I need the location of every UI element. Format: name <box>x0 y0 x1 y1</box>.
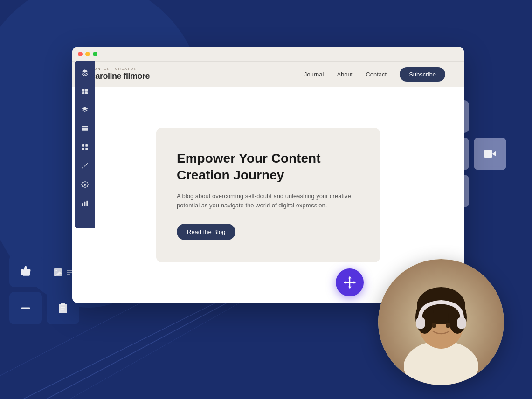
thumbs-up-icon <box>20 265 32 277</box>
site-logo-tagline: CONTENT CREATOR <box>91 67 137 70</box>
minus-icon <box>20 302 32 314</box>
hero-card: Empower Your Content Creation Journey A … <box>156 128 380 262</box>
svg-rect-20 <box>85 89 88 92</box>
svg-rect-22 <box>85 92 88 94</box>
svg-rect-56 <box>416 317 425 329</box>
layers-sidebar-btn[interactable] <box>76 64 93 81</box>
like-widget[interactable] <box>9 255 42 287</box>
svg-point-31 <box>84 184 86 186</box>
site-logo: CONTENT CREATOR caroline filmore <box>91 67 150 81</box>
svg-rect-27 <box>82 144 84 147</box>
svg-rect-9 <box>21 307 30 309</box>
nav-about[interactable]: About <box>337 71 352 78</box>
nav-links: Journal About Contact Subscribe <box>304 67 445 82</box>
sections-sidebar-btn[interactable] <box>76 120 93 137</box>
clipboard-icon <box>57 302 69 314</box>
svg-rect-29 <box>82 148 84 150</box>
design-sidebar-btn[interactable] <box>76 158 93 174</box>
elements-icon <box>81 106 89 114</box>
browser-titlebar <box>72 47 464 62</box>
maximize-traffic-light[interactable] <box>93 52 97 56</box>
editor-sidebar <box>75 61 95 228</box>
minimize-traffic-light[interactable] <box>85 52 90 56</box>
website-nav: CONTENT CREATOR caroline filmore Journal… <box>72 62 464 87</box>
bar-chart-icon <box>81 200 89 207</box>
nav-contact[interactable]: Contact <box>366 71 387 78</box>
pages-icon <box>81 88 89 95</box>
grid-icon <box>81 144 89 151</box>
hero-title: Empower Your Content Creation Journey <box>177 150 359 184</box>
move-icon <box>343 275 357 289</box>
gear-icon <box>81 181 89 188</box>
analytics-sidebar-btn[interactable] <box>76 195 93 212</box>
layers-icon <box>81 69 89 76</box>
browser-window: CONTENT CREATOR caroline filmore Journal… <box>72 47 464 303</box>
svg-rect-30 <box>85 148 88 150</box>
video-icon <box>484 147 497 160</box>
svg-marker-23 <box>82 107 88 110</box>
person-illustration <box>378 259 504 385</box>
elements-sidebar-btn[interactable] <box>76 102 93 118</box>
site-logo-name: caroline filmore <box>91 71 150 81</box>
subscribe-button[interactable]: Subscribe <box>400 67 445 82</box>
svg-rect-34 <box>86 201 88 206</box>
move-cursor[interactable] <box>336 268 364 296</box>
sections-icon <box>81 125 89 132</box>
svg-rect-19 <box>82 89 84 92</box>
svg-marker-18 <box>82 69 88 73</box>
svg-rect-28 <box>85 144 88 147</box>
minus-widget[interactable] <box>9 292 42 324</box>
svg-point-14 <box>55 270 57 271</box>
apps-sidebar-btn[interactable] <box>76 139 93 156</box>
person-photo <box>378 259 504 385</box>
svg-rect-21 <box>82 92 84 94</box>
close-traffic-light[interactable] <box>78 52 83 56</box>
settings-sidebar-btn[interactable] <box>76 176 93 193</box>
nav-journal[interactable]: Journal <box>304 71 324 78</box>
svg-rect-32 <box>82 203 83 206</box>
svg-rect-25 <box>82 128 88 130</box>
hero-description: A blog about overcoming self-doubt and u… <box>177 192 359 211</box>
svg-point-59 <box>446 323 450 328</box>
svg-rect-57 <box>457 317 466 329</box>
svg-rect-44 <box>484 150 492 158</box>
svg-rect-33 <box>84 202 86 206</box>
image-icon <box>53 267 63 277</box>
svg-point-58 <box>432 323 436 328</box>
brush-icon <box>81 162 89 170</box>
svg-rect-26 <box>82 130 88 131</box>
video-widget[interactable] <box>474 138 506 170</box>
svg-marker-43 <box>492 151 496 157</box>
svg-rect-10 <box>61 303 65 305</box>
pages-sidebar-btn[interactable] <box>76 83 93 100</box>
read-blog-button[interactable]: Read the Blog <box>177 224 235 240</box>
svg-rect-24 <box>82 126 88 127</box>
